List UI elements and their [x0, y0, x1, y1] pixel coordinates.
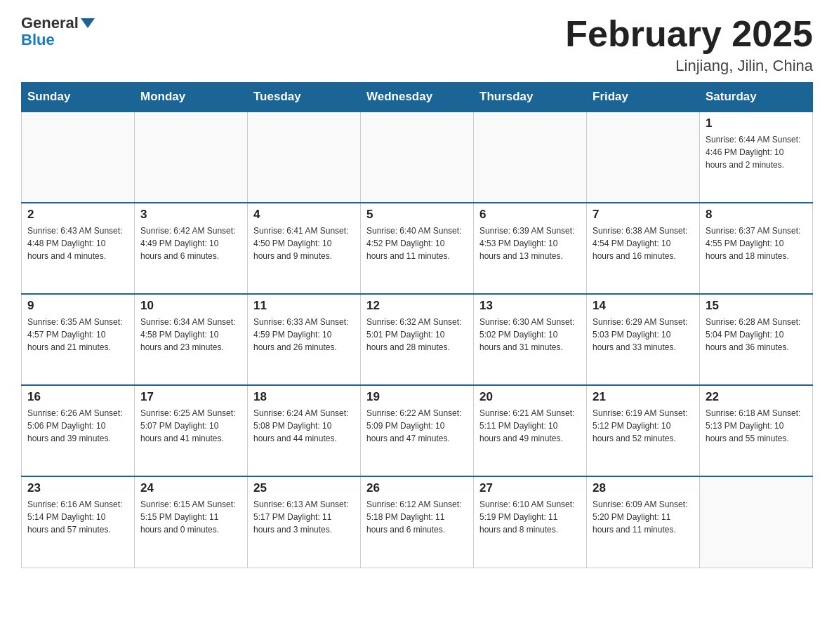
page-header: General Blue February 2025 Linjiang, Jil… [21, 14, 813, 75]
day-info: Sunrise: 6:41 AM Sunset: 4:50 PM Dayligh… [253, 224, 355, 262]
day-info: Sunrise: 6:42 AM Sunset: 4:49 PM Dayligh… [140, 224, 241, 262]
calendar-cell: 1Sunrise: 6:44 AM Sunset: 4:46 PM Daylig… [700, 112, 813, 203]
calendar-cell: 12Sunrise: 6:32 AM Sunset: 5:01 PM Dayli… [361, 294, 474, 385]
day-number: 1 [706, 116, 807, 130]
calendar-cell: 17Sunrise: 6:25 AM Sunset: 5:07 PM Dayli… [135, 385, 248, 476]
day-number: 18 [253, 390, 355, 404]
day-number: 10 [140, 299, 241, 313]
calendar-cell: 16Sunrise: 6:26 AM Sunset: 5:06 PM Dayli… [22, 385, 135, 476]
day-info: Sunrise: 6:40 AM Sunset: 4:52 PM Dayligh… [366, 224, 468, 262]
calendar-cell: 18Sunrise: 6:24 AM Sunset: 5:08 PM Dayli… [248, 385, 361, 476]
calendar-cell: 21Sunrise: 6:19 AM Sunset: 5:12 PM Dayli… [587, 385, 700, 476]
day-info: Sunrise: 6:13 AM Sunset: 5:17 PM Dayligh… [253, 498, 355, 536]
day-number: 22 [706, 390, 807, 404]
day-number: 21 [593, 390, 694, 404]
day-number: 13 [479, 299, 581, 313]
calendar-table: SundayMondayTuesdayWednesdayThursdayFrid… [21, 82, 813, 568]
day-number: 9 [27, 299, 128, 313]
calendar-cell: 22Sunrise: 6:18 AM Sunset: 5:13 PM Dayli… [700, 385, 813, 476]
calendar-cell: 25Sunrise: 6:13 AM Sunset: 5:17 PM Dayli… [248, 476, 361, 568]
day-number: 6 [479, 208, 581, 222]
day-number: 24 [140, 481, 241, 495]
day-info: Sunrise: 6:35 AM Sunset: 4:57 PM Dayligh… [27, 316, 128, 354]
day-number: 25 [253, 481, 355, 495]
calendar-cell: 7Sunrise: 6:38 AM Sunset: 4:54 PM Daylig… [587, 203, 700, 294]
day-number: 8 [706, 208, 807, 222]
calendar-day-header: Wednesday [361, 83, 474, 112]
calendar-week-row: 9Sunrise: 6:35 AM Sunset: 4:57 PM Daylig… [22, 294, 813, 385]
day-info: Sunrise: 6:26 AM Sunset: 5:06 PM Dayligh… [27, 407, 128, 445]
day-info: Sunrise: 6:39 AM Sunset: 4:53 PM Dayligh… [479, 224, 581, 262]
calendar-day-header: Saturday [700, 83, 813, 112]
day-number: 12 [366, 299, 468, 313]
calendar-cell: 20Sunrise: 6:21 AM Sunset: 5:11 PM Dayli… [474, 385, 587, 476]
calendar-subtitle: Linjiang, Jilin, China [565, 57, 813, 75]
day-info: Sunrise: 6:30 AM Sunset: 5:02 PM Dayligh… [479, 316, 581, 354]
calendar-cell: 14Sunrise: 6:29 AM Sunset: 5:03 PM Dayli… [587, 294, 700, 385]
calendar-cell: 23Sunrise: 6:16 AM Sunset: 5:14 PM Dayli… [22, 476, 135, 568]
day-number: 27 [479, 481, 581, 495]
calendar-cell: 5Sunrise: 6:40 AM Sunset: 4:52 PM Daylig… [361, 203, 474, 294]
logo: General Blue [21, 14, 97, 49]
day-info: Sunrise: 6:34 AM Sunset: 4:58 PM Dayligh… [140, 316, 241, 354]
day-info: Sunrise: 6:25 AM Sunset: 5:07 PM Dayligh… [140, 407, 241, 445]
calendar-cell [248, 112, 361, 203]
calendar-cell: 11Sunrise: 6:33 AM Sunset: 4:59 PM Dayli… [248, 294, 361, 385]
calendar-day-header: Thursday [474, 83, 587, 112]
calendar-cell: 24Sunrise: 6:15 AM Sunset: 5:15 PM Dayli… [135, 476, 248, 568]
calendar-title: February 2025 [565, 14, 813, 54]
day-number: 26 [366, 481, 468, 495]
calendar-cell: 10Sunrise: 6:34 AM Sunset: 4:58 PM Dayli… [135, 294, 248, 385]
day-number: 11 [253, 299, 355, 313]
day-number: 20 [479, 390, 581, 404]
day-number: 23 [27, 481, 128, 495]
calendar-cell: 15Sunrise: 6:28 AM Sunset: 5:04 PM Dayli… [700, 294, 813, 385]
calendar-day-header: Tuesday [248, 83, 361, 112]
day-number: 7 [593, 208, 694, 222]
title-area: February 2025 Linjiang, Jilin, China [565, 14, 813, 75]
day-info: Sunrise: 6:12 AM Sunset: 5:18 PM Dayligh… [366, 498, 468, 536]
day-info: Sunrise: 6:38 AM Sunset: 4:54 PM Dayligh… [593, 224, 694, 262]
day-info: Sunrise: 6:19 AM Sunset: 5:12 PM Dayligh… [593, 407, 694, 445]
logo-arrow-icon [81, 18, 95, 28]
day-info: Sunrise: 6:16 AM Sunset: 5:14 PM Dayligh… [27, 498, 128, 536]
day-info: Sunrise: 6:43 AM Sunset: 4:48 PM Dayligh… [27, 224, 128, 262]
day-info: Sunrise: 6:28 AM Sunset: 5:04 PM Dayligh… [706, 316, 807, 354]
calendar-cell [22, 112, 135, 203]
calendar-week-row: 16Sunrise: 6:26 AM Sunset: 5:06 PM Dayli… [22, 385, 813, 476]
day-info: Sunrise: 6:18 AM Sunset: 5:13 PM Dayligh… [706, 407, 807, 445]
calendar-cell: 19Sunrise: 6:22 AM Sunset: 5:09 PM Dayli… [361, 385, 474, 476]
calendar-cell: 26Sunrise: 6:12 AM Sunset: 5:18 PM Dayli… [361, 476, 474, 568]
day-info: Sunrise: 6:09 AM Sunset: 5:20 PM Dayligh… [593, 498, 694, 536]
calendar-cell: 6Sunrise: 6:39 AM Sunset: 4:53 PM Daylig… [474, 203, 587, 294]
day-number: 2 [27, 208, 128, 222]
day-number: 5 [366, 208, 468, 222]
calendar-cell: 4Sunrise: 6:41 AM Sunset: 4:50 PM Daylig… [248, 203, 361, 294]
day-info: Sunrise: 6:33 AM Sunset: 4:59 PM Dayligh… [253, 316, 355, 354]
day-info: Sunrise: 6:15 AM Sunset: 5:15 PM Dayligh… [140, 498, 241, 536]
day-info: Sunrise: 6:29 AM Sunset: 5:03 PM Dayligh… [593, 316, 694, 354]
day-info: Sunrise: 6:10 AM Sunset: 5:19 PM Dayligh… [479, 498, 581, 536]
calendar-cell: 27Sunrise: 6:10 AM Sunset: 5:19 PM Dayli… [474, 476, 587, 568]
day-number: 15 [706, 299, 807, 313]
day-number: 19 [366, 390, 468, 404]
calendar-cell: 8Sunrise: 6:37 AM Sunset: 4:55 PM Daylig… [700, 203, 813, 294]
day-number: 16 [27, 390, 128, 404]
calendar-header-row: SundayMondayTuesdayWednesdayThursdayFrid… [22, 83, 813, 112]
day-number: 4 [253, 208, 355, 222]
calendar-cell: 13Sunrise: 6:30 AM Sunset: 5:02 PM Dayli… [474, 294, 587, 385]
calendar-week-row: 1Sunrise: 6:44 AM Sunset: 4:46 PM Daylig… [22, 112, 813, 203]
day-info: Sunrise: 6:32 AM Sunset: 5:01 PM Dayligh… [366, 316, 468, 354]
calendar-cell: 3Sunrise: 6:42 AM Sunset: 4:49 PM Daylig… [135, 203, 248, 294]
logo-blue-text: Blue [21, 31, 55, 49]
day-number: 3 [140, 208, 241, 222]
calendar-cell [361, 112, 474, 203]
calendar-week-row: 23Sunrise: 6:16 AM Sunset: 5:14 PM Dayli… [22, 476, 813, 568]
calendar-week-row: 2Sunrise: 6:43 AM Sunset: 4:48 PM Daylig… [22, 203, 813, 294]
logo-general-text: General [21, 14, 79, 32]
day-info: Sunrise: 6:21 AM Sunset: 5:11 PM Dayligh… [479, 407, 581, 445]
calendar-cell [700, 476, 813, 568]
calendar-cell: 2Sunrise: 6:43 AM Sunset: 4:48 PM Daylig… [22, 203, 135, 294]
calendar-day-header: Monday [135, 83, 248, 112]
calendar-cell [135, 112, 248, 203]
